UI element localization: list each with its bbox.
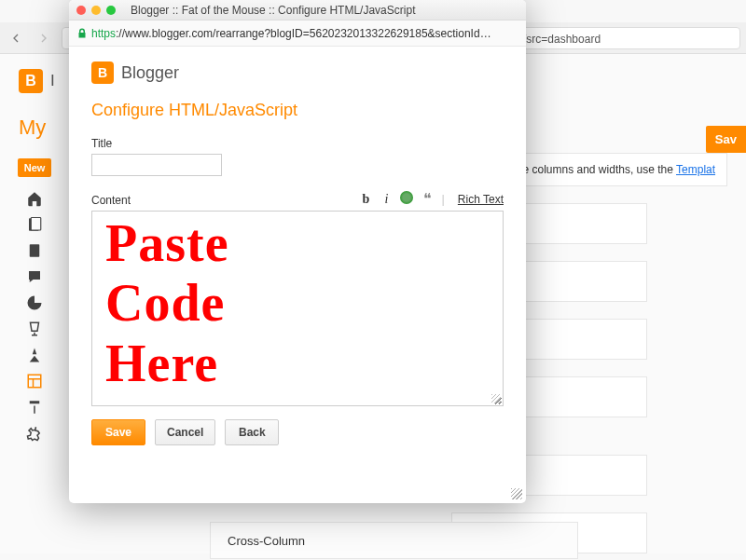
- bg-save-button[interactable]: Sav: [706, 126, 746, 153]
- svg-rect-2: [30, 244, 40, 257]
- comments-icon[interactable]: [26, 268, 43, 285]
- popup-logo: B Blogger: [91, 61, 504, 84]
- cross-column-section: Cross-Column: [210, 522, 578, 559]
- cancel-button[interactable]: Cancel: [155, 419, 215, 445]
- back-icon[interactable]: [6, 28, 26, 48]
- back-button[interactable]: Back: [225, 419, 279, 445]
- paste-overlay: Paste Code Here: [105, 213, 229, 393]
- blogger-icon: B: [91, 61, 114, 84]
- quote-icon[interactable]: ❝: [421, 195, 434, 204]
- layout-icon[interactable]: [26, 373, 43, 389]
- richtext-link[interactable]: Rich Text: [458, 193, 504, 206]
- section-title: Configure HTML/JavaScript: [91, 101, 504, 120]
- link-icon[interactable]: [400, 191, 413, 207]
- bold-icon[interactable]: b: [359, 192, 372, 207]
- toolbar-separator: |: [441, 192, 444, 206]
- maximize-window-icon[interactable]: [106, 6, 116, 15]
- title-input[interactable]: [91, 154, 222, 176]
- forward-icon[interactable]: [34, 28, 54, 48]
- sidebar: New: [19, 153, 50, 553]
- stats-icon[interactable]: [26, 294, 43, 311]
- overview-icon[interactable]: [26, 190, 43, 207]
- title-label: Title: [91, 137, 504, 150]
- minimize-window-icon[interactable]: [91, 6, 101, 15]
- configure-gadget-dialog: Blogger :: Fat of the Mouse :: Configure…: [69, 0, 526, 503]
- popup-titlebar: Blogger :: Fat of the Mouse :: Configure…: [69, 0, 526, 20]
- content-label: Content: [91, 194, 131, 207]
- format-toolbar: b i ❝ | Rich Text: [359, 191, 504, 207]
- settings-icon[interactable]: [26, 425, 43, 442]
- posts-icon[interactable]: [26, 216, 43, 233]
- blogger-icon: B: [19, 69, 43, 93]
- resize-handle-icon[interactable]: [511, 488, 522, 499]
- template-icon[interactable]: [26, 399, 43, 416]
- svg-rect-3: [28, 375, 41, 388]
- earnings-icon[interactable]: [26, 321, 43, 337]
- url-scheme: https: [91, 27, 116, 40]
- new-button[interactable]: New: [18, 158, 52, 177]
- content-textarea[interactable]: Paste Code Here: [91, 211, 504, 406]
- italic-icon[interactable]: i: [380, 192, 393, 207]
- brand-label: Blogger: [121, 63, 179, 83]
- url-rest: ://www.blogger.com/rearrange?blogID=5620…: [116, 27, 491, 40]
- save-button[interactable]: Save: [91, 419, 145, 445]
- popup-url-row: https://www.blogger.com/rearrange?blogID…: [69, 20, 526, 47]
- pages-icon[interactable]: [26, 242, 43, 259]
- svg-rect-1: [31, 218, 41, 231]
- popup-window-title: Blogger :: Fat of the Mouse :: Configure…: [131, 4, 415, 17]
- template-link[interactable]: Templat: [676, 163, 715, 176]
- close-window-icon[interactable]: [76, 6, 86, 15]
- button-row: Save Cancel Back: [91, 419, 504, 445]
- popup-url[interactable]: https://www.blogger.com/rearrange?blogID…: [91, 27, 518, 40]
- lock-icon: [76, 28, 88, 39]
- cross-column-label: Cross-Column: [228, 534, 305, 548]
- campaigns-icon[interactable]: [26, 347, 43, 363]
